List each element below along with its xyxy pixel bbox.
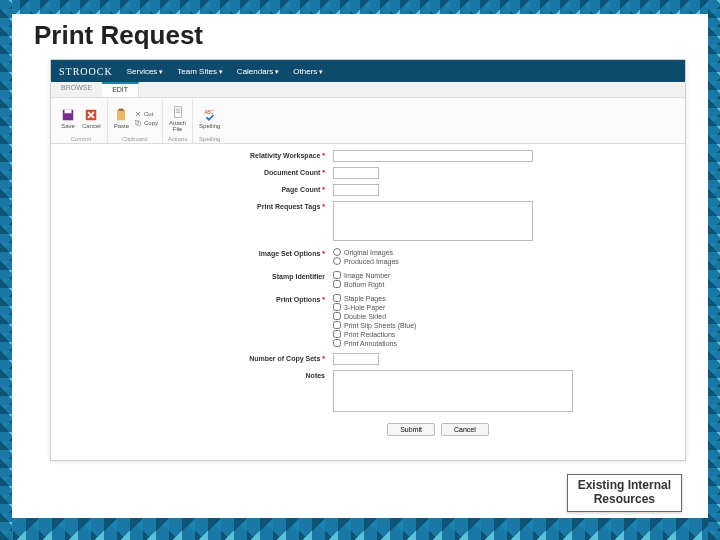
- deco-left: [0, 0, 12, 540]
- ribbon-caption-commit: Commit: [71, 136, 92, 143]
- input-copy-sets[interactable]: [333, 353, 379, 365]
- label-copy-sets: Number of Copy Sets: [203, 353, 333, 362]
- svg-rect-7: [174, 106, 181, 117]
- copy-icon: [134, 119, 142, 127]
- label-stamp-identifier: Stamp Identifier: [203, 271, 333, 280]
- svg-text:ABC: ABC: [204, 109, 214, 114]
- label-print-options: Print Options: [203, 294, 333, 303]
- deco-right: [708, 0, 720, 540]
- save-label: Save: [61, 123, 75, 129]
- deco-bottom: [0, 518, 720, 540]
- attach-file-button[interactable]: Attach File: [167, 104, 188, 133]
- ribbon-caption-spelling: Spelling: [199, 136, 220, 143]
- print-request-form: Relativity Workspace Document Count Page…: [203, 150, 673, 458]
- input-relativity-workspace[interactable]: [333, 150, 533, 162]
- chk-3-hole-paper[interactable]: [333, 303, 341, 311]
- chk-slip-sheets[interactable]: [333, 321, 341, 329]
- label-print-request-tags: Print Request Tags: [203, 201, 333, 210]
- print-options-group: Staple Pages 3-Hole Paper Double Sided P…: [333, 294, 416, 348]
- input-document-count[interactable]: [333, 167, 379, 179]
- slide-caption-line2: Resources: [578, 493, 671, 507]
- label-relativity-workspace: Relativity Workspace: [203, 150, 333, 159]
- save-button[interactable]: Save: [59, 107, 77, 130]
- chk-double-sided[interactable]: [333, 312, 341, 320]
- chk-slip-sheets-label: Print Slip Sheets (Blue): [344, 322, 416, 329]
- cancel-ribbon-button[interactable]: Cancel: [80, 107, 103, 130]
- chk-double-sided-label: Double Sided: [344, 313, 386, 320]
- radio-produced-images-label: Produced Images: [344, 258, 399, 265]
- chk-redactions[interactable]: [333, 330, 341, 338]
- radio-original-images-label: Original Images: [344, 249, 393, 256]
- chk-bottom-right[interactable]: [333, 280, 341, 288]
- label-image-set-options: Image Set Options: [203, 248, 333, 257]
- copy-button[interactable]: Copy: [134, 119, 158, 127]
- cancel-button[interactable]: Cancel: [441, 423, 489, 436]
- brand-logo: STROOCK: [59, 66, 113, 77]
- ribbon-tabs: BROWSE EDIT: [51, 82, 685, 98]
- radio-original-images[interactable]: [333, 248, 341, 256]
- chk-bottom-right-label: Bottom Right: [344, 281, 384, 288]
- slide-caption: Existing Internal Resources: [567, 474, 682, 512]
- input-page-count[interactable]: [333, 184, 379, 196]
- chk-redactions-label: Print Redactions: [344, 331, 395, 338]
- attach-icon: [171, 105, 185, 119]
- svg-rect-1: [65, 109, 72, 113]
- chk-image-number-label: Image Number: [344, 272, 390, 279]
- ribbon-caption-actions: Actions: [168, 136, 188, 143]
- ribbon: Save Cancel Commit Paste: [51, 98, 685, 144]
- paste-button[interactable]: Paste: [112, 107, 131, 130]
- chk-3-hole-paper-label: 3-Hole Paper: [344, 304, 385, 311]
- deco-top: [0, 0, 720, 14]
- input-notes[interactable]: [333, 370, 573, 412]
- radio-produced-images[interactable]: [333, 257, 341, 265]
- top-nav: STROOCK Services Team Sites Calendars Ot…: [51, 60, 685, 82]
- cancel-icon: [84, 108, 98, 122]
- spelling-icon: ABC: [203, 108, 217, 122]
- label-notes: Notes: [203, 370, 333, 379]
- chk-annotations-label: Print Annotations: [344, 340, 397, 347]
- cut-icon: [134, 110, 142, 118]
- ribbon-group-commit: Save Cancel Commit: [55, 100, 108, 143]
- ribbon-caption-clipboard: Clipboard: [122, 136, 148, 143]
- label-page-count: Page Count: [203, 184, 333, 193]
- label-document-count: Document Count: [203, 167, 333, 176]
- spelling-button[interactable]: ABC Spelling: [197, 107, 222, 130]
- tab-browse[interactable]: BROWSE: [51, 82, 102, 97]
- stamp-identifier-group: Image Number Bottom Right: [333, 271, 390, 289]
- ribbon-group-actions: Attach File Actions: [163, 100, 193, 143]
- save-icon: [61, 108, 75, 122]
- cut-label: Cut: [144, 111, 153, 117]
- chk-image-number[interactable]: [333, 271, 341, 279]
- chk-annotations[interactable]: [333, 339, 341, 347]
- spelling-label: Spelling: [199, 123, 220, 129]
- ribbon-group-spelling: ABC Spelling Spelling: [193, 100, 226, 143]
- page-title: Print Request: [20, 14, 700, 59]
- chk-staple-pages-label: Staple Pages: [344, 295, 386, 302]
- svg-rect-3: [117, 109, 125, 120]
- ribbon-group-clipboard: Paste Cut Copy Clipboard: [108, 100, 163, 143]
- sharepoint-form-screenshot: STROOCK Services Team Sites Calendars Ot…: [50, 59, 686, 461]
- copy-label: Copy: [144, 120, 158, 126]
- cut-button[interactable]: Cut: [134, 110, 158, 118]
- nav-services[interactable]: Services: [127, 67, 164, 76]
- submit-button[interactable]: Submit: [387, 423, 435, 436]
- image-set-options-group: Original Images Produced Images: [333, 248, 399, 266]
- cancel-ribbon-label: Cancel: [82, 123, 101, 129]
- input-print-request-tags[interactable]: [333, 201, 533, 241]
- slide-caption-line1: Existing Internal: [578, 479, 671, 493]
- nav-team-sites[interactable]: Team Sites: [177, 67, 223, 76]
- paste-label: Paste: [114, 123, 129, 129]
- nav-calendars[interactable]: Calendars: [237, 67, 279, 76]
- svg-rect-4: [119, 108, 124, 110]
- clipboard-small-col: Cut Copy: [134, 110, 158, 127]
- nav-others[interactable]: Others: [293, 67, 323, 76]
- chk-staple-pages[interactable]: [333, 294, 341, 302]
- attach-label: Attach File: [169, 120, 186, 132]
- tab-edit[interactable]: EDIT: [102, 82, 139, 97]
- paste-icon: [114, 108, 128, 122]
